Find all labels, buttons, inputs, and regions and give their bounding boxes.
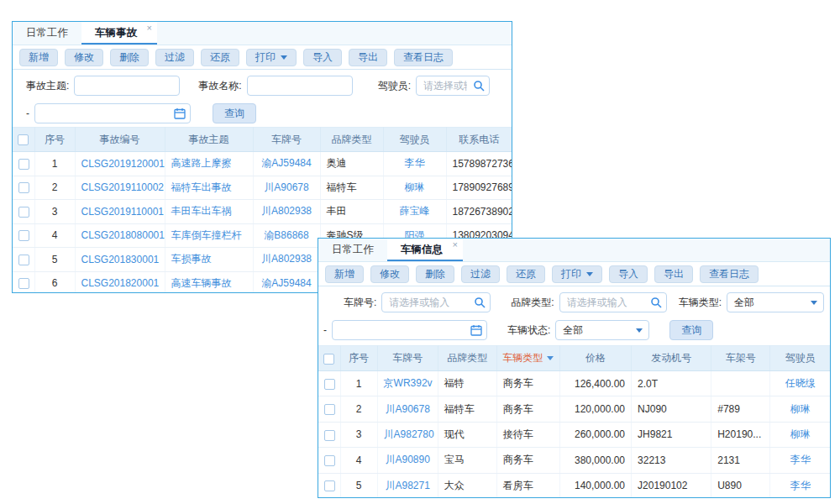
- cell-driver[interactable]: 柳琳: [383, 176, 446, 200]
- row-checkbox[interactable]: [18, 182, 29, 193]
- select-all-checkbox[interactable]: [323, 354, 334, 365]
- row-checkbox[interactable]: [18, 159, 29, 170]
- column-header-plate-no[interactable]: 车牌号: [253, 128, 320, 152]
- cell-plate-no[interactable]: 川A90890: [377, 448, 438, 473]
- cell-accident-no[interactable]: CLSG2019110002: [75, 176, 165, 200]
- toolbar-button-import[interactable]: 导入: [609, 265, 648, 283]
- tab-daily-work[interactable]: 日常工作: [13, 22, 81, 45]
- cell-accident-no[interactable]: CLSG2018080001: [75, 223, 165, 248]
- column-header-plate-no[interactable]: 车牌号: [377, 346, 438, 371]
- cell-driver[interactable]: 薛宝峰: [383, 200, 446, 224]
- calendar-icon[interactable]: [470, 324, 482, 336]
- column-header-engine-no[interactable]: 发动机号: [632, 346, 711, 371]
- row-checkbox[interactable]: [18, 278, 29, 289]
- column-header-brand-type[interactable]: 品牌类型: [320, 128, 383, 152]
- row-checkbox[interactable]: [18, 207, 29, 218]
- toolbar-button-delete[interactable]: 删除: [416, 265, 454, 283]
- cell-plate-no[interactable]: 川A982780: [377, 422, 438, 447]
- vehicle-status-select[interactable]: 全部: [555, 320, 649, 340]
- toolbar-button-delete[interactable]: 删除: [110, 49, 149, 66]
- search-icon[interactable]: [473, 80, 485, 92]
- cell-plate-no[interactable]: 川A90678: [377, 396, 438, 422]
- vehicle-type-select[interactable]: 全部: [727, 292, 824, 312]
- cell-accident-subject[interactable]: 高速路上摩擦: [165, 152, 253, 176]
- tab-close-icon[interactable]: ×: [453, 239, 458, 249]
- toolbar-button-add[interactable]: 新增: [325, 265, 364, 283]
- vehicle-status-label: 车辆状态:: [507, 323, 550, 338]
- toolbar-button-restore[interactable]: 还原: [507, 265, 545, 283]
- toolbar-button-print[interactable]: 打印: [246, 49, 297, 66]
- cell-plate-no[interactable]: 渝AJ59484: [253, 271, 320, 293]
- cell-plate-no[interactable]: 川A802938: [253, 200, 320, 224]
- cell-plate-no[interactable]: 渝AJ59484: [253, 152, 320, 176]
- query-button[interactable]: 查询: [669, 320, 713, 340]
- accident-subject-input[interactable]: [74, 76, 180, 96]
- toolbar-button-export[interactable]: 导出: [654, 265, 693, 283]
- row-checkbox[interactable]: [18, 230, 29, 241]
- cell-accident-no[interactable]: CLSG201830001: [75, 248, 165, 272]
- cell-plate-no[interactable]: 渝B86868: [253, 223, 320, 248]
- tab-daily-work[interactable]: 日常工作: [318, 239, 387, 261]
- cell-driver[interactable]: 李华: [770, 473, 830, 498]
- filter-arrow-icon[interactable]: [547, 356, 554, 360]
- cell-accident-subject[interactable]: 高速车辆事故: [165, 271, 253, 293]
- toolbar-button-filter[interactable]: 过滤: [155, 49, 194, 66]
- cell-no: 5: [34, 248, 75, 272]
- cell-plate-no[interactable]: 川A802938: [253, 248, 320, 272]
- column-header-no[interactable]: 序号: [34, 128, 75, 152]
- row-checkbox[interactable]: [324, 455, 335, 466]
- column-header-accident-no[interactable]: 事故编号: [75, 128, 165, 152]
- cell-accident-subject[interactable]: 车损事故: [165, 248, 253, 272]
- cell-accident-subject[interactable]: 丰田车出车祸: [165, 200, 253, 224]
- row-checkbox[interactable]: [324, 480, 335, 491]
- tab-vehicle-info[interactable]: 车辆信息 ×: [387, 239, 463, 261]
- cell-plate-no[interactable]: 京WR392v: [377, 371, 438, 396]
- date-input[interactable]: [332, 320, 487, 340]
- column-header-no[interactable]: 序号: [340, 346, 377, 371]
- cell-driver[interactable]: 任晓缐: [770, 371, 830, 396]
- toolbar-button-export[interactable]: 导出: [349, 49, 387, 66]
- row-checkbox[interactable]: [18, 255, 29, 265]
- column-header-label: 序号: [349, 352, 369, 364]
- toolbar-button-add[interactable]: 新增: [19, 49, 58, 66]
- toolbar-button-import[interactable]: 导入: [303, 49, 342, 66]
- row-checkbox[interactable]: [324, 430, 335, 441]
- search-icon[interactable]: [650, 297, 662, 308]
- accident-name-input[interactable]: [247, 76, 353, 96]
- column-header-price[interactable]: 价格: [559, 346, 631, 371]
- date-input[interactable]: [34, 103, 191, 123]
- toolbar-button-view-log[interactable]: 查看日志: [394, 49, 453, 66]
- calendar-icon[interactable]: [174, 108, 186, 119]
- toolbar-button-restore[interactable]: 还原: [201, 49, 239, 66]
- tab-close-icon[interactable]: ×: [147, 23, 152, 33]
- row-checkbox[interactable]: [324, 404, 335, 415]
- cell-accident-subject[interactable]: 车库倒车撞栏杆: [165, 223, 253, 248]
- column-header-phone[interactable]: 联系电话: [446, 128, 512, 152]
- tab-vehicle-accident[interactable]: 车辆事故 ×: [81, 22, 157, 45]
- toolbar-button-print[interactable]: 打印: [552, 265, 602, 283]
- row-checkbox[interactable]: [324, 379, 335, 390]
- column-header-frame-no[interactable]: 车架号: [711, 346, 770, 371]
- cell-driver[interactable]: 李华: [383, 152, 446, 176]
- toolbar-button-edit[interactable]: 修改: [370, 265, 409, 283]
- column-header-brand-type[interactable]: 品牌类型: [438, 346, 496, 371]
- query-button[interactable]: 查询: [213, 103, 256, 123]
- cell-accident-no[interactable]: CLSG2019110001: [75, 200, 165, 224]
- cell-driver[interactable]: 柳琳: [770, 396, 830, 422]
- column-header-driver[interactable]: 驾驶员: [383, 128, 446, 152]
- cell-plate-no[interactable]: 川A98271: [377, 473, 438, 498]
- select-all-checkbox[interactable]: [18, 134, 29, 145]
- search-icon[interactable]: [474, 297, 486, 308]
- cell-plate-no[interactable]: 川A90678: [253, 176, 320, 200]
- cell-driver[interactable]: 李华: [770, 448, 830, 473]
- column-header-driver[interactable]: 驾驶员: [770, 346, 830, 371]
- cell-accident-no[interactable]: CLSG2019120001: [75, 152, 165, 176]
- toolbar-button-edit[interactable]: 修改: [65, 49, 103, 66]
- cell-driver[interactable]: 柳琳: [770, 422, 830, 447]
- column-header-vehicle-type[interactable]: 车辆类型: [496, 346, 559, 371]
- cell-accident-no[interactable]: CLSG201820001: [75, 271, 165, 293]
- column-header-accident-subject[interactable]: 事故主题: [165, 128, 253, 152]
- toolbar-button-view-log[interactable]: 查看日志: [700, 265, 759, 283]
- toolbar-button-filter[interactable]: 过滤: [461, 265, 500, 283]
- cell-accident-subject[interactable]: 福特车出事故: [165, 176, 253, 200]
